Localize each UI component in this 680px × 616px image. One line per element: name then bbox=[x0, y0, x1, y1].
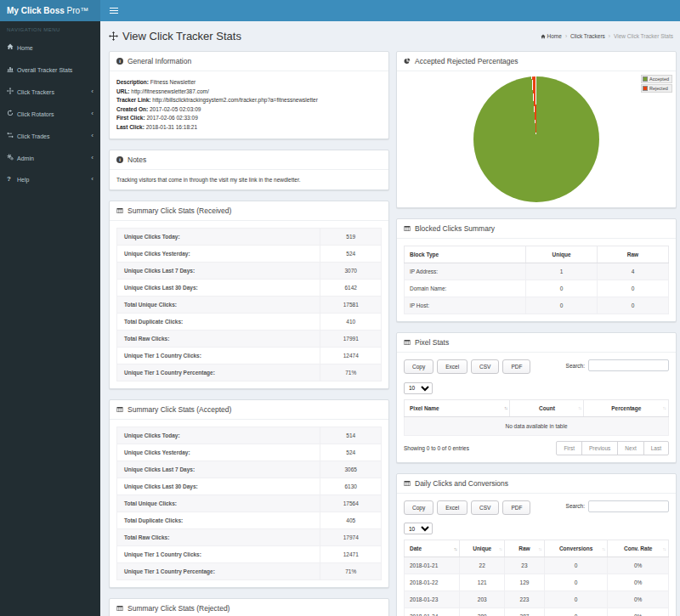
summary-received-table: Unique Clicks Today:519Unique Clicks Yes… bbox=[116, 228, 382, 381]
breadcrumb-active: View Click Tracker Stats bbox=[614, 33, 673, 39]
sortable-column-count[interactable]: Count bbox=[510, 399, 584, 416]
sidebar-item-overall-tracker-stats[interactable]: Overall Tracker Stats bbox=[0, 59, 100, 81]
sidebar-item-admin[interactable]: Admin bbox=[0, 147, 100, 169]
excel-button[interactable]: Excel bbox=[437, 359, 468, 374]
notes-panel: Notes Tracking visitors that come in thr… bbox=[109, 150, 389, 190]
daily-clicks-panel: Daily Clicks and Conversions Copy Excel … bbox=[396, 473, 677, 616]
sidebar-toggle-button[interactable] bbox=[100, 0, 128, 21]
table-row: Unique Clicks Today:519 bbox=[117, 229, 382, 246]
sortable-column-conversions[interactable]: Conversions bbox=[544, 540, 608, 557]
brand-light: Pro™ bbox=[67, 6, 89, 15]
sidebar-item-home[interactable]: Home bbox=[0, 37, 100, 59]
table-row: IP Host:00 bbox=[405, 297, 669, 314]
previous-page-button[interactable]: Previous bbox=[581, 441, 618, 455]
legend-swatch bbox=[643, 86, 648, 91]
info-circle-icon bbox=[116, 58, 123, 65]
panel-title: Accepted Rejected Percentages bbox=[415, 57, 518, 65]
sortable-column-conv-rate[interactable]: Conv. Rate bbox=[608, 540, 669, 557]
csv-button[interactable]: CSV bbox=[471, 359, 499, 374]
next-page-button[interactable]: Next bbox=[617, 441, 643, 455]
table-icon bbox=[116, 406, 123, 413]
navbar-bar bbox=[100, 0, 680, 21]
info-field: Description: Fitness Newsletter bbox=[116, 78, 382, 88]
sortable-column-pixel-name[interactable]: Pixel Name bbox=[405, 399, 510, 416]
info-field: Last Click: 2018-01-31 16:18:21 bbox=[116, 123, 382, 133]
pie-chart-icon bbox=[404, 58, 411, 65]
sidebar-item-click-trades[interactable]: Click Trades bbox=[0, 125, 100, 147]
sidebar-item-click-trackers[interactable]: Click Trackers bbox=[0, 81, 100, 103]
csv-button[interactable]: CSV bbox=[471, 500, 499, 515]
last-page-button[interactable]: Last bbox=[643, 441, 669, 455]
table-row: Unique Tier 1 Country Percentage:71% bbox=[117, 563, 382, 580]
copy-button[interactable]: Copy bbox=[404, 500, 434, 515]
excel-button[interactable]: Excel bbox=[437, 500, 468, 515]
legend-item-rejected: Rejected bbox=[641, 84, 672, 93]
sort-icon bbox=[454, 546, 457, 551]
hamburger-icon bbox=[110, 6, 118, 15]
pagination: First Previous Next Last bbox=[557, 441, 669, 455]
daily-clicks-table: Date Unique Raw Conversions Conv. Rate 2… bbox=[404, 540, 669, 616]
exchange-icon bbox=[7, 132, 17, 140]
chevron-left-icon bbox=[91, 88, 94, 95]
summary-received-panel: Summary Click Stats (Received) Unique Cl… bbox=[109, 201, 389, 389]
summary-accepted-table: Unique Clicks Today:514Unique Clicks Yes… bbox=[116, 427, 382, 580]
column-header: Block Type bbox=[405, 246, 526, 263]
brand-logo[interactable]: My Click Boss Pro™ bbox=[0, 0, 100, 21]
pdf-button[interactable]: PDF bbox=[502, 500, 530, 515]
pie-chart-area: Accepted Rejected bbox=[397, 71, 676, 207]
search-input[interactable] bbox=[588, 500, 669, 512]
table-icon bbox=[116, 207, 123, 214]
sidebar-item-help[interactable]: ? Help bbox=[0, 169, 100, 189]
chart-legend: Accepted Rejected bbox=[641, 75, 672, 93]
table-info: Showing 0 to 0 of 0 entries bbox=[404, 445, 469, 451]
sort-icon bbox=[663, 546, 666, 551]
export-buttons: Copy Excel CSV PDF bbox=[404, 359, 530, 374]
panel-title: Blocked Clicks Summary bbox=[415, 224, 495, 233]
pdf-button[interactable]: PDF bbox=[502, 359, 530, 374]
move-icon bbox=[7, 88, 17, 96]
breadcrumb-home[interactable]: Home bbox=[541, 33, 562, 39]
table-row: Total Duplicate Clicks:405 bbox=[117, 512, 382, 529]
table-row: Unique Clicks Last 7 Days:3065 bbox=[117, 461, 382, 478]
table-row: Unique Clicks Today:514 bbox=[117, 427, 382, 444]
sortable-column-raw[interactable]: Raw bbox=[505, 540, 545, 557]
table-icon bbox=[116, 605, 123, 612]
page-length-select[interactable]: 10 bbox=[404, 523, 433, 534]
table-row: Unique Clicks Yesterday:524 bbox=[117, 246, 382, 263]
general-information-fields: Description: Fitness NewsletterURL: http… bbox=[110, 71, 388, 138]
blocked-clicks-panel: Blocked Clicks Summary Block Type Unique… bbox=[396, 218, 677, 322]
panel-title: Pixel Stats bbox=[415, 338, 449, 347]
panel-title: General Information bbox=[128, 57, 191, 65]
table-icon bbox=[404, 339, 411, 346]
first-page-button[interactable]: First bbox=[556, 441, 582, 455]
home-icon bbox=[7, 43, 17, 52]
sort-icon bbox=[578, 405, 581, 410]
pixel-stats-panel: Pixel Stats Copy Excel CSV PDF Search: 1… bbox=[396, 332, 677, 463]
accepted-rejected-panel: Accepted Rejected Percentages Accepted R… bbox=[396, 51, 677, 208]
pixel-stats-table: Pixel Name Count Percentage No data avai… bbox=[404, 399, 669, 436]
search-input[interactable] bbox=[588, 359, 669, 371]
table-row: Domain Name:00 bbox=[405, 280, 669, 297]
chevron-left-icon bbox=[91, 176, 94, 183]
table-row: Unique Clicks Yesterday:524 bbox=[117, 444, 382, 461]
breadcrumb-click-trackers[interactable]: Click Trackers bbox=[570, 33, 605, 39]
table-row: Unique Tier 1 Country Clicks:12474 bbox=[117, 348, 382, 365]
table-row: 2018-01-21222300% bbox=[405, 557, 669, 574]
table-row: 2018-01-2428028700% bbox=[405, 608, 669, 616]
question-icon: ? bbox=[7, 176, 17, 183]
table-row: Unique Clicks Last 30 Days:6142 bbox=[117, 280, 382, 297]
general-information-panel: General Information Description: Fitness… bbox=[109, 51, 389, 139]
sortable-column-percentage[interactable]: Percentage bbox=[584, 399, 669, 416]
panel-title: Daily Clicks and Conversions bbox=[415, 479, 508, 488]
sidebar-item-click-rotators[interactable]: Click Rotators bbox=[0, 103, 100, 125]
table-row: Unique Tier 1 Country Clicks:12471 bbox=[117, 546, 382, 563]
info-field: Created On: 2017-02-05 02:03:09 bbox=[116, 105, 382, 115]
sortable-column-unique[interactable]: Unique bbox=[460, 540, 505, 557]
page-length-select[interactable]: 10 bbox=[404, 382, 433, 394]
sortable-column-date[interactable]: Date bbox=[405, 540, 460, 557]
summary-accepted-panel: Summary Click Stats (Accepted) Unique Cl… bbox=[109, 399, 389, 588]
page-title: View Click Tracker Stats bbox=[109, 30, 241, 42]
move-icon bbox=[109, 31, 118, 41]
sort-icon bbox=[663, 405, 666, 410]
copy-button[interactable]: Copy bbox=[404, 359, 434, 374]
